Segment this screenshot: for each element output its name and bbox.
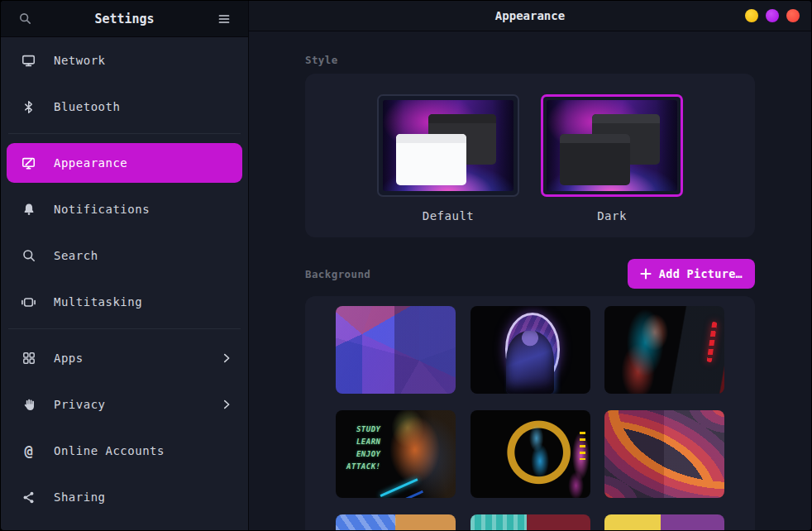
sidebar-item-bluetooth[interactable]: Bluetooth	[7, 87, 242, 127]
sidebar-item-apps[interactable]: Apps	[7, 338, 242, 378]
theme-wallpaper	[383, 100, 513, 191]
settings-window: Settings Network Bluetooth	[0, 0, 812, 531]
sidebar-header: Settings	[1, 1, 248, 37]
search-icon[interactable]	[14, 8, 36, 30]
background-thumbnail-teal-red-abstract[interactable]	[470, 514, 590, 530]
add-picture-button[interactable]: Add Picture…	[628, 259, 755, 289]
mock-window-front	[560, 134, 630, 186]
search-icon	[21, 248, 36, 264]
background-thumbnail-study-learn-poster[interactable]: STUDY LEARN ENJOY ATTACK!	[336, 410, 456, 498]
mock-window-front	[396, 134, 466, 186]
sidebar-item-search[interactable]: Search	[7, 236, 242, 275]
apps-grid-icon	[21, 351, 36, 366]
sidebar-item-multitasking[interactable]: Multitasking	[7, 282, 242, 322]
sidebar-item-label: Apps	[54, 352, 201, 365]
sidebar-item-label: Notifications	[54, 203, 234, 216]
background-grid: STUDY LEARN ENJOY ATTACK!	[336, 306, 724, 530]
chevron-right-icon	[218, 351, 234, 366]
sidebar-title: Settings	[36, 12, 213, 26]
sidebar: Settings Network Bluetooth	[1, 1, 249, 530]
theme-label-default: Default	[377, 209, 519, 222]
theme-preview-default	[377, 94, 519, 197]
style-section-label: Style	[305, 54, 755, 66]
sidebar-item-label: Appearance	[54, 156, 234, 170]
sidebar-item-label: Search	[54, 249, 234, 262]
menu-icon[interactable]	[213, 8, 235, 30]
sidebar-item-label: Multitasking	[54, 295, 234, 309]
background-thumbnail-wavy-contours[interactable]	[604, 410, 724, 498]
style-card: Default Dark	[305, 74, 755, 237]
chevron-right-icon	[218, 397, 234, 413]
at-icon: @	[21, 443, 36, 459]
theme-preview-dark-selected	[541, 94, 683, 197]
theme-option-dark[interactable]: Dark	[541, 94, 683, 237]
bluetooth-icon	[21, 99, 36, 115]
background-thumbnail-cyberpunk-workstation[interactable]	[604, 306, 724, 394]
add-picture-label: Add Picture…	[659, 267, 743, 280]
maximize-button[interactable]	[766, 9, 779, 22]
appearance-icon	[21, 155, 36, 171]
background-thumbnail-golden-ring-figure[interactable]	[470, 410, 590, 498]
page-title: Appearance	[249, 9, 811, 22]
appearance-content: Style Default	[249, 31, 811, 530]
sidebar-separator	[8, 133, 241, 134]
background-card: STUDY LEARN ENJOY ATTACK!	[305, 296, 755, 530]
theme-option-default[interactable]: Default	[377, 94, 519, 237]
plus-icon	[640, 268, 652, 280]
background-thumbnail-polygon-mosaic[interactable]	[336, 306, 456, 394]
sidebar-separator	[8, 328, 241, 329]
main-header: Appearance	[249, 1, 811, 31]
background-thumbnail-blue-orange-waves[interactable]	[336, 514, 456, 530]
main-panel: Appearance Style	[249, 1, 811, 530]
theme-wallpaper	[547, 100, 677, 191]
display-icon	[21, 53, 36, 69]
sidebar-item-label: Bluetooth	[54, 100, 234, 113]
sidebar-item-appearance[interactable]: Appearance	[7, 143, 242, 183]
minimize-button[interactable]	[745, 9, 758, 22]
sidebar-item-label: Privacy	[54, 398, 201, 411]
sidebar-item-network[interactable]: Network	[7, 41, 242, 80]
background-thumbnail-yellow-purple-split[interactable]	[604, 514, 724, 530]
sidebar-item-sharing[interactable]: Sharing	[7, 477, 242, 517]
sidebar-item-online-accounts[interactable]: @ Online Accounts	[7, 431, 242, 471]
hand-icon	[21, 397, 36, 413]
sidebar-item-label: Network	[54, 54, 234, 67]
background-thumbnail-neon-portrait-halo[interactable]	[470, 306, 590, 394]
close-button[interactable]	[786, 9, 800, 22]
sidebar-item-label: Online Accounts	[54, 444, 234, 457]
study-poster-text: STUDY LEARN ENJOY ATTACK!	[346, 425, 380, 471]
multitasking-icon	[21, 294, 36, 310]
share-icon	[21, 490, 36, 505]
background-section-label: Background	[305, 268, 370, 280]
sidebar-item-label: Sharing	[54, 490, 234, 504]
background-section-header: Background Add Picture…	[305, 259, 755, 289]
sidebar-item-privacy[interactable]: Privacy	[7, 385, 242, 424]
sidebar-list: Network Bluetooth Appearance Notific	[1, 37, 248, 527]
bell-icon	[21, 202, 36, 218]
window-controls	[745, 9, 800, 22]
sidebar-item-notifications[interactable]: Notifications	[7, 189, 242, 229]
theme-label-dark: Dark	[541, 209, 683, 222]
